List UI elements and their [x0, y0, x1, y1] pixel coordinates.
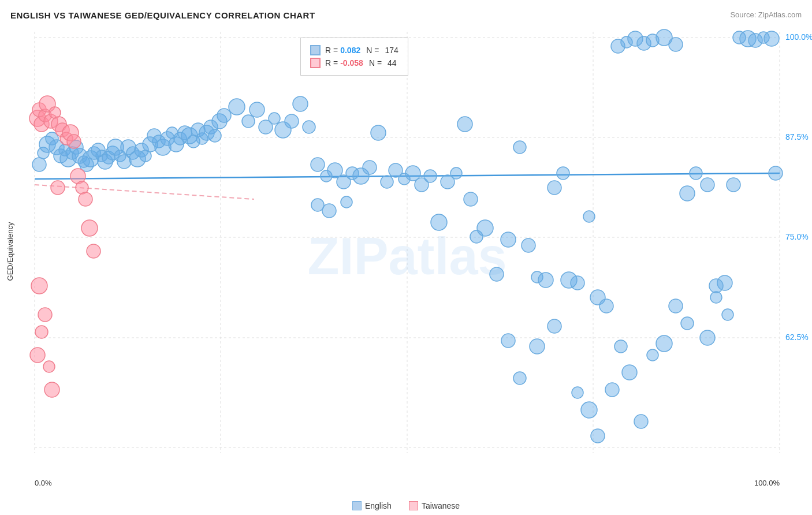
svg-point-169: [51, 181, 65, 195]
svg-point-79: [371, 125, 386, 140]
svg-point-98: [538, 273, 553, 288]
x-axis-min: 0.0%: [35, 479, 52, 487]
legend-pink-box: [310, 58, 321, 68]
legend-pink-r-label: R =: [325, 58, 338, 68]
svg-point-142: [547, 319, 561, 333]
svg-point-64: [242, 115, 255, 128]
y-axis-label: GED/Equivalency: [5, 32, 16, 471]
legend-blue-row: R = 0.082 N = 174: [310, 45, 398, 55]
svg-point-99: [547, 181, 561, 195]
bottom-legend-taiwanese-label: Taiwanese: [422, 501, 460, 510]
svg-point-78: [363, 161, 377, 174]
bottom-legend-english-box: [352, 501, 362, 510]
svg-point-69: [285, 114, 299, 128]
svg-point-130: [622, 365, 637, 380]
svg-point-92: [477, 220, 493, 236]
svg-point-167: [43, 361, 55, 372]
svg-point-103: [583, 211, 595, 222]
svg-point-89: [457, 117, 472, 132]
svg-text:62.5%: 62.5%: [785, 333, 809, 342]
x-axis-max: 100.0%: [754, 479, 780, 487]
chart-area: 100.0% 87.5% 75.0% 62.5% ZIPatlas: [35, 32, 780, 471]
svg-point-138: [722, 309, 733, 320]
svg-text:100.0%: 100.0%: [785, 32, 812, 42]
svg-point-168: [44, 382, 59, 397]
svg-point-140: [513, 372, 526, 385]
svg-point-114: [690, 167, 702, 180]
svg-point-102: [571, 276, 584, 290]
svg-point-62: [217, 109, 231, 122]
bottom-legend-english-label: English: [365, 501, 392, 510]
svg-text:75.0%: 75.0%: [785, 232, 809, 241]
x-axis-bottom: 0.0% 100.0%: [35, 479, 780, 487]
svg-point-143: [572, 387, 583, 398]
svg-point-105: [599, 299, 613, 313]
legend-pink-row: R = -0.058 N = 44: [310, 58, 398, 68]
svg-point-112: [669, 38, 683, 51]
svg-point-85: [424, 170, 437, 182]
svg-point-139: [501, 334, 515, 348]
svg-point-141: [530, 339, 545, 354]
svg-point-70: [293, 96, 308, 111]
svg-point-137: [709, 279, 723, 293]
svg-point-123: [764, 31, 779, 46]
source-label: Source: ZipAtlas.com: [730, 10, 802, 19]
svg-point-96: [522, 238, 535, 252]
svg-point-63: [229, 99, 245, 115]
svg-point-160: [79, 192, 92, 206]
legend-blue-n-label: N =: [366, 46, 379, 55]
legend-pink-r-value: -0.058: [340, 58, 363, 68]
chart-container: ENGLISH VS TAIWANESE GED/EQUIVALENCY COR…: [0, 0, 812, 515]
svg-point-133: [656, 335, 672, 352]
svg-point-94: [501, 232, 516, 247]
svg-point-118: [727, 178, 740, 192]
svg-point-95: [513, 141, 526, 154]
svg-point-60: [208, 129, 221, 142]
svg-point-135: [681, 317, 694, 330]
svg-line-14: [35, 185, 254, 199]
svg-text:87.5%: 87.5%: [785, 132, 809, 141]
legend-blue-box: [310, 45, 321, 55]
svg-point-134: [669, 299, 683, 313]
legend-blue-r-value: 0.082: [340, 46, 360, 55]
svg-point-100: [557, 167, 569, 180]
legend: R = 0.082 N = 174 R = -0.058 N = 44: [300, 38, 408, 76]
svg-point-86: [431, 214, 447, 230]
svg-point-163: [30, 348, 45, 363]
legend-blue-n-value: 174: [385, 46, 398, 55]
svg-point-90: [464, 192, 478, 206]
bottom-legend-taiwanese: Taiwanese: [409, 501, 460, 510]
svg-point-164: [35, 326, 48, 338]
svg-point-93: [490, 267, 504, 281]
svg-point-126: [322, 204, 336, 218]
legend-pink-n-label: N =: [369, 58, 382, 68]
svg-point-144: [581, 402, 597, 418]
bottom-legend: English Taiwanese: [0, 501, 812, 510]
svg-point-124: [769, 166, 783, 180]
svg-point-80: [381, 176, 393, 188]
svg-point-67: [269, 113, 280, 124]
svg-point-157: [67, 135, 81, 148]
svg-point-162: [87, 244, 100, 258]
bottom-legend-taiwanese-box: [409, 501, 418, 510]
svg-point-131: [634, 415, 648, 428]
svg-point-113: [680, 186, 695, 201]
chart-title: ENGLISH VS TAIWANESE GED/EQUIVALENCY COR…: [10, 10, 315, 20]
svg-point-127: [341, 196, 352, 208]
svg-point-161: [81, 220, 98, 236]
bottom-legend-english: English: [352, 501, 392, 510]
svg-point-136: [700, 330, 715, 345]
svg-point-128: [605, 383, 619, 397]
legend-pink-n-value: 44: [388, 58, 397, 68]
svg-point-145: [591, 429, 605, 443]
svg-point-129: [614, 340, 627, 353]
svg-point-65: [249, 102, 265, 117]
svg-point-116: [710, 292, 722, 303]
svg-point-71: [303, 121, 315, 133]
svg-point-88: [450, 167, 462, 179]
svg-point-72: [311, 158, 325, 171]
svg-point-17: [32, 158, 46, 171]
svg-point-166: [38, 308, 52, 322]
svg-point-132: [647, 349, 658, 361]
svg-point-115: [701, 178, 714, 192]
